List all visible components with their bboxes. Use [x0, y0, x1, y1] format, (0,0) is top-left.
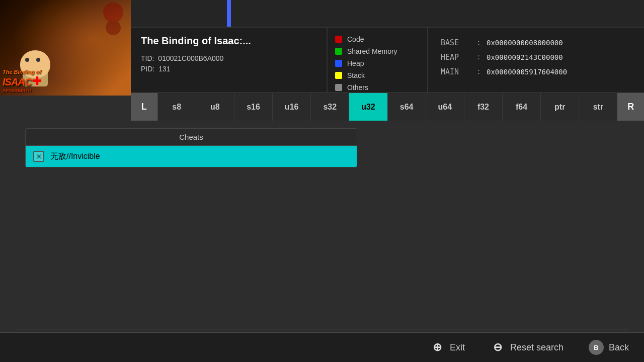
tab-u64[interactable]: u64	[426, 93, 464, 121]
tid-label: TID:	[141, 54, 154, 62]
back-action[interactable]: B Back	[589, 340, 629, 355]
logo-binding-text: The Binding of	[3, 69, 128, 75]
tab-L[interactable]: L	[131, 93, 158, 121]
memory-base-row: BASE ： 0x0000000008000000	[441, 38, 631, 47]
tab-R-label: R	[627, 102, 634, 112]
tab-L-label: L	[141, 102, 147, 112]
game-thumbnail: The Binding of ISAAC ✚ AFTERBIRTH	[0, 0, 131, 96]
tab-s32[interactable]: s32	[311, 93, 349, 121]
exit-button-icon: ⊕	[430, 340, 445, 355]
exit-label: Exit	[450, 342, 465, 353]
cheat-label-invincible: 无敌//Invicible	[50, 151, 100, 162]
tab-s64[interactable]: s64	[388, 93, 426, 121]
game-tid: TID: 010021C000B6A000	[141, 54, 316, 62]
legend-label-code: Code	[347, 35, 364, 43]
tab-str-label: str	[593, 103, 603, 112]
top-input-bar-2	[327, 0, 493, 28]
legend-dot-code	[335, 36, 342, 43]
tab-ptr-label: ptr	[554, 103, 565, 112]
logo-isaac-text: ISAAC	[3, 76, 31, 88]
back-button-icon: B	[589, 340, 604, 355]
game-pid: PID: 131	[141, 65, 316, 73]
tab-s8[interactable]: s8	[158, 93, 196, 121]
memory-heap-label: HEAP	[441, 53, 471, 62]
reset-search-button-icon: ⊖	[490, 340, 505, 355]
memory-legend-panel: Code Shared Memory Heap Stack Others	[327, 28, 428, 93]
memory-base-label: BASE	[441, 38, 471, 47]
exit-action[interactable]: ⊕ Exit	[430, 340, 465, 355]
reset-search-action[interactable]: ⊖ Reset search	[490, 340, 564, 355]
tab-ptr[interactable]: ptr	[541, 93, 579, 121]
tab-u32[interactable]: u32	[349, 93, 387, 121]
game-info-panel: The Binding of Isaac:... TID: 010021C000…	[131, 28, 327, 93]
memory-base-colon: ：	[475, 38, 482, 47]
tab-str[interactable]: str	[579, 93, 617, 121]
top-input-bar-1	[131, 0, 327, 28]
legend-stack: Stack	[335, 71, 420, 79]
tab-u16-label: u16	[285, 103, 299, 112]
tab-u64-label: u64	[438, 103, 452, 112]
legend-others: Others	[335, 83, 420, 92]
memory-main-value: 0x00000005917604000	[487, 68, 567, 76]
tab-u16[interactable]: u16	[273, 93, 311, 121]
legend-label-stack: Stack	[347, 71, 365, 79]
cheats-panel: Cheats ✕ 无敌//Invicible	[25, 128, 357, 167]
tab-u8[interactable]: u8	[196, 93, 234, 121]
tab-u8-label: u8	[210, 103, 220, 112]
pid-value: 131	[158, 65, 170, 73]
tab-f64-label: f64	[516, 103, 527, 112]
tab-s16-label: s16	[247, 103, 260, 112]
type-tabs: L s8 u8 s16 u16 s32 u32 s64 u64 f32 f64 …	[131, 93, 644, 121]
game-title: The Binding of Isaac:...	[141, 35, 316, 47]
tab-s64-label: s64	[400, 103, 414, 112]
legend-dot-shared	[335, 48, 342, 55]
tab-R[interactable]: R	[617, 93, 644, 121]
separator	[15, 329, 629, 329]
cheat-icon-invincible: ✕	[33, 151, 44, 162]
game-logo: The Binding of ISAAC ✚ AFTERBIRTH	[3, 69, 128, 93]
memory-heap-value: 0x0000002143C00000	[487, 53, 563, 61]
legend-label-heap: Heap	[347, 59, 364, 67]
back-label: Back	[609, 342, 629, 353]
legend-label-others: Others	[347, 83, 368, 92]
memory-main-label: MAIN	[441, 67, 471, 76]
legend-code: Code	[335, 35, 420, 43]
pid-label: PID:	[141, 65, 154, 73]
cheats-header: Cheats	[26, 129, 357, 146]
cheat-item-invincible[interactable]: ✕ 无敌//Invicible	[26, 146, 357, 167]
logo-plus-text: ✚	[32, 75, 41, 88]
tab-s32-label: s32	[323, 103, 337, 112]
memory-main-row: MAIN ： 0x00000005917604000	[441, 67, 631, 76]
memory-heap-colon: ：	[475, 52, 482, 62]
tid-value: 010021C000B6A000	[158, 54, 223, 62]
tab-s8-label: s8	[172, 103, 181, 112]
legend-dot-heap	[335, 60, 342, 67]
reset-search-label: Reset search	[510, 342, 564, 353]
legend-dot-stack	[335, 72, 342, 79]
memory-values-panel: BASE ： 0x0000000008000000 HEAP ： 0x00000…	[428, 28, 644, 93]
memory-main-colon: ：	[475, 67, 482, 76]
legend-dot-others	[335, 84, 342, 91]
tab-s16[interactable]: s16	[234, 93, 273, 121]
top-input-bar-3	[493, 0, 644, 28]
tab-f32-label: f32	[477, 103, 489, 112]
bottom-bar: ⊕ Exit ⊖ Reset search B Back	[0, 332, 644, 362]
legend-shared-memory: Shared Memory	[335, 47, 420, 55]
logo-afterbirth-text: AFTERBIRTH	[3, 88, 128, 93]
memory-heap-row: HEAP ： 0x0000002143C00000	[441, 52, 631, 62]
tab-f64[interactable]: f64	[503, 93, 541, 121]
legend-label-shared: Shared Memory	[347, 47, 397, 55]
tab-f32[interactable]: f32	[464, 93, 503, 121]
tab-u32-label: u32	[361, 103, 375, 112]
legend-heap: Heap	[335, 59, 420, 67]
memory-base-value: 0x0000000008000000	[487, 39, 563, 47]
